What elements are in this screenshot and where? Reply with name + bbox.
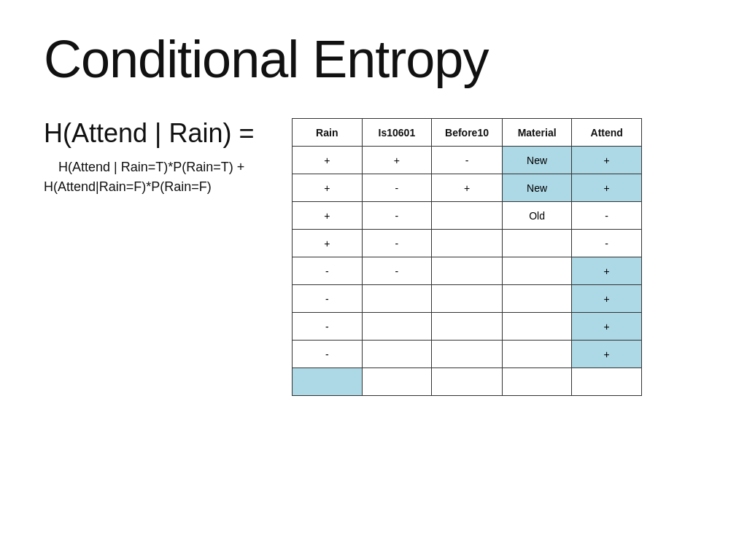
cell-material: [502, 285, 572, 313]
cell-attend: [572, 368, 642, 396]
table-row: --+: [293, 257, 642, 285]
cell-material: [502, 257, 572, 285]
cell-rain: +: [293, 174, 363, 202]
cell-attend: +: [572, 257, 642, 285]
table-row: [293, 368, 642, 396]
cell-is10601: [362, 341, 432, 368]
col-header-before10: Before10: [432, 119, 503, 147]
table-row: -+: [293, 285, 642, 313]
cell-attend: -: [572, 230, 642, 257]
cell-rain: +: [293, 230, 363, 257]
cell-material: [502, 313, 572, 341]
table-row: ++-New+: [293, 147, 642, 174]
table-section: Rain Is10601 Before10 Material Attend ++…: [292, 118, 703, 396]
cell-attend: +: [572, 341, 642, 368]
data-table: Rain Is10601 Before10 Material Attend ++…: [292, 118, 642, 396]
cell-rain: -: [293, 257, 363, 285]
table-header-row: Rain Is10601 Before10 Material Attend: [293, 119, 642, 147]
col-header-attend: Attend: [572, 119, 642, 147]
formula-label: H(Attend | Rain) =: [44, 118, 263, 149]
cell-attend: +: [572, 147, 642, 174]
cell-material: New: [502, 174, 572, 202]
table-row: +-Old-: [293, 202, 642, 230]
cell-is10601: -: [362, 174, 432, 202]
cell-attend: +: [572, 285, 642, 313]
cell-rain: +: [293, 202, 363, 230]
cell-before10: [432, 257, 503, 285]
cell-material: Old: [502, 202, 572, 230]
formula-description: H(Attend | Rain=T)*P(Rain=T) + H(Attend|…: [44, 158, 263, 197]
cell-material: [502, 368, 572, 396]
cell-before10: [432, 230, 503, 257]
cell-before10: -: [432, 147, 503, 174]
cell-is10601: -: [362, 202, 432, 230]
table-row: -+: [293, 341, 642, 368]
cell-is10601: -: [362, 230, 432, 257]
cell-before10: [432, 368, 503, 396]
page-title: Conditional Entropy: [44, 29, 703, 89]
cell-attend: -: [572, 202, 642, 230]
cell-rain: +: [293, 147, 363, 174]
cell-attend: +: [572, 313, 642, 341]
cell-before10: [432, 341, 503, 368]
cell-before10: +: [432, 174, 503, 202]
col-header-rain: Rain: [293, 119, 363, 147]
cell-before10: [432, 313, 503, 341]
cell-material: [502, 341, 572, 368]
cell-is10601: [362, 368, 432, 396]
cell-rain: -: [293, 341, 363, 368]
page: Conditional Entropy H(Attend | Rain) = H…: [0, 0, 747, 560]
cell-rain: -: [293, 313, 363, 341]
formula-section: H(Attend | Rain) = H(Attend | Rain=T)*P(…: [44, 118, 263, 197]
col-header-is10601: Is10601: [362, 119, 432, 147]
cell-is10601: +: [362, 147, 432, 174]
col-header-material: Material: [502, 119, 572, 147]
table-row: +--: [293, 230, 642, 257]
cell-is10601: [362, 285, 432, 313]
cell-rain: [293, 368, 363, 396]
cell-material: New: [502, 147, 572, 174]
cell-rain: -: [293, 285, 363, 313]
cell-is10601: -: [362, 257, 432, 285]
cell-material: [502, 230, 572, 257]
cell-attend: +: [572, 174, 642, 202]
cell-before10: [432, 285, 503, 313]
table-row: +-+New+: [293, 174, 642, 202]
cell-is10601: [362, 313, 432, 341]
cell-before10: [432, 202, 503, 230]
table-row: -+: [293, 313, 642, 341]
content-area: H(Attend | Rain) = H(Attend | Rain=T)*P(…: [44, 118, 703, 396]
